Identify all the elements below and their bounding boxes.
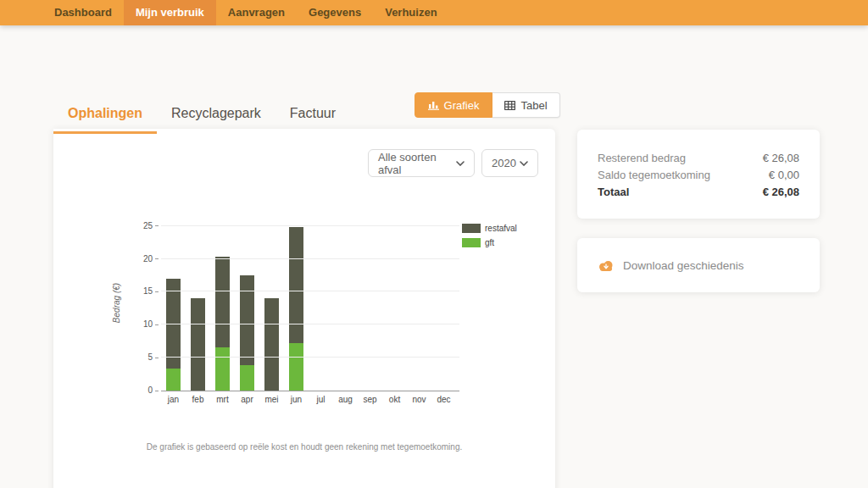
bar-slot-apr [235,222,259,391]
bar-slot-aug [333,222,358,391]
content-tabs: OphalingenRecyclageparkFactuur [53,98,350,134]
gridline [161,324,459,324]
bar-segment-restafval [215,257,230,347]
tabel-button-label: Tabel [520,99,547,112]
bar-slot-jun [284,222,309,391]
x-tick-label-jun: jun [284,395,309,404]
waste-type-select[interactable]: Alle soorten afval [368,149,475,177]
stacked-bar-jan [166,279,181,391]
y-tick-label: 10 [143,320,159,329]
tab-factuur[interactable]: Factuur [275,98,350,134]
stacked-bar-jun [289,227,303,391]
x-tick-label-dec: dec [431,395,456,404]
y-tick-label: 0 [147,386,159,395]
year-select[interactable]: 2020 [481,149,538,177]
nav-item-verhuizen[interactable]: Verhuizen [373,0,448,25]
grafiek-button-label: Grafiek [444,99,480,112]
legend-swatch [462,224,481,233]
waste-type-select-value: Alle soorten afval [378,151,456,176]
chart-card: Alle soorten afval 2020 Bedrag (€) 05101… [53,129,555,488]
bar-slot-mrt [210,222,235,391]
chart-y-axis-label: Bedrag (€) [112,252,121,354]
bar-chart-icon [428,101,439,110]
x-tick-label-feb: feb [186,395,210,404]
bar-segment-restafval [289,227,303,343]
y-tick-label: 5 [147,353,159,362]
legend-label: restafval [485,224,517,233]
chevron-down-icon [520,161,528,166]
chart-y-axis-ticks: 0510152025 [128,222,159,391]
top-navbar: DashboardMijn verbruikAanvragenGegevensV… [0,0,868,25]
bar-segment-restafval [191,298,205,391]
x-tick-label-mei: mei [259,395,284,404]
year-select-value: 2020 [492,157,516,169]
stacked-bar-mei [264,298,279,391]
legend-label: gft [485,238,494,247]
table-icon [504,101,515,110]
y-tick-label: 15 [143,287,159,296]
download-history-button[interactable]: Download geschiedenis [577,238,820,292]
chart-note: De grafiek is gebaseerd op reële kost en… [53,442,555,452]
stacked-bar-apr [240,275,254,391]
balance-summary-card: Resterend bedrag€ 26,08Saldo tegemoetkom… [577,130,820,219]
x-tick-label-sep: sep [358,395,382,404]
x-tick-label-jan: jan [161,395,186,404]
legend-swatch [462,238,481,247]
summary-label: Resterend bedrag [598,150,686,167]
legend-item-restafval: restafval [462,224,517,233]
summary-row-resterend-bedrag: Resterend bedrag€ 26,08 [598,150,799,167]
x-tick-label-mrt: mrt [210,395,235,404]
summary-value: € 26,08 [763,150,799,167]
tabel-button[interactable]: Tabel [492,92,560,118]
summary-value: € 26,08 [763,184,799,201]
grafiek-button[interactable]: Grafiek [415,92,492,118]
tab-recyclagepark[interactable]: Recyclagepark [157,98,275,134]
nav-item-gegevens[interactable]: Gegevens [297,0,373,25]
y-tick-label: 20 [143,255,159,263]
bar-slot-dec [431,222,456,391]
bar-segment-gft [166,369,181,391]
bar-slot-jan [161,222,186,391]
x-tick-label-jul: jul [309,395,333,404]
bar-slot-okt [382,222,407,391]
chart-plot-area [161,222,459,391]
gridline [161,258,459,259]
x-tick-label-okt: okt [382,395,407,404]
chart-x-axis-labels: janfebmrtaprmeijunjulaugsepoktnovdec [161,395,459,404]
bar-slot-mei [259,222,284,391]
summary-value: € 0,00 [769,167,799,184]
gridline [161,225,459,226]
legend-item-gft: gft [462,238,517,247]
x-tick-label-apr: apr [235,395,259,404]
nav-item-dashboard[interactable]: Dashboard [42,0,124,25]
bar-segment-gft [240,365,254,391]
tab-ophalingen[interactable]: Ophalingen [53,98,157,134]
bar-slot-sep [358,222,382,391]
bar-slot-jul [309,222,333,391]
nav-item-aanvragen[interactable]: Aanvragen [216,0,297,25]
view-toggle-group: Grafiek Tabel [415,92,560,118]
x-tick-label-aug: aug [333,395,358,404]
bar-segment-gft [215,347,230,391]
download-history-label: Download geschiedenis [623,259,744,272]
summary-label: Totaal [598,184,629,201]
summary-row-saldo-tegemoetkoming: Saldo tegemoetkoming€ 0,00 [598,167,799,184]
gridline [161,357,459,358]
bar-segment-gft [289,343,303,391]
stacked-bar-feb [191,298,205,391]
bar-slot-feb [186,222,210,391]
chart-legend: restafvalgft [462,224,517,252]
gridline [161,291,459,291]
cloud-download-icon [598,259,615,272]
nav-item-mijn-verbruik[interactable]: Mijn verbruik [124,0,216,25]
bar-segment-restafval [240,275,254,365]
x-tick-label-nov: nov [407,395,431,404]
summary-label: Saldo tegemoetkoming [598,167,710,184]
summary-row-totaal: Totaal€ 26,08 [598,184,799,201]
chevron-down-icon [456,161,465,166]
y-tick-label: 25 [143,222,159,230]
bar-slot-nov [407,222,431,391]
bar-segment-restafval [264,298,279,391]
